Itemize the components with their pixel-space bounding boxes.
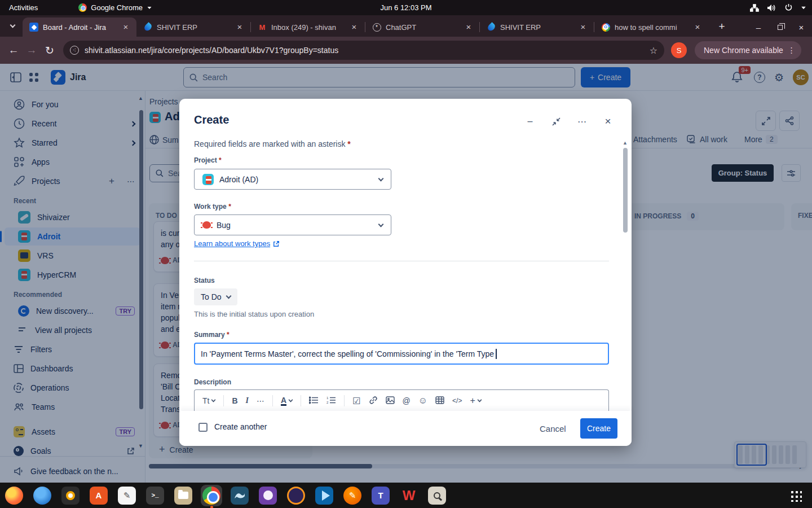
tab-shivit-erp-2[interactable]: SHIVIT ERP × xyxy=(480,17,594,37)
emoji-button[interactable]: ☺ xyxy=(418,396,427,406)
summary-value: In 'Payment Terms Master', correct the s… xyxy=(201,349,494,358)
tab-close-icon[interactable]: × xyxy=(121,22,131,32)
learn-work-types-link[interactable]: Learn about work types xyxy=(194,239,280,248)
window-restore-button[interactable] xyxy=(774,21,786,33)
text-color-button[interactable]: A xyxy=(281,396,293,406)
modal-scroll-up-icon[interactable]: ▲ xyxy=(623,140,628,146)
github-icon xyxy=(259,487,277,505)
dock-pen-tool[interactable]: ✎ xyxy=(342,485,363,506)
address-bar[interactable]: ⁖ shivit.atlassian.net/jira/core/project… xyxy=(63,41,664,60)
tab-board-adroit-jira[interactable]: Board - Adroit - Jira × xyxy=(23,17,136,37)
teams-icon: T xyxy=(372,487,390,505)
dock-files[interactable] xyxy=(173,485,194,506)
dock-eclipse[interactable] xyxy=(285,485,307,506)
modal-scrollbar[interactable]: ▲ xyxy=(623,141,628,446)
tab-inbox[interactable]: M Inbox (249) - shivan × xyxy=(251,17,365,37)
link-button[interactable] xyxy=(369,396,378,406)
reload-button[interactable]: ↻ xyxy=(41,41,59,59)
modal-scroll-thumb[interactable] xyxy=(623,148,628,233)
activities-button[interactable]: Activities xyxy=(9,3,38,12)
dock-teams[interactable]: T xyxy=(370,485,391,506)
image-button[interactable] xyxy=(386,396,395,406)
tab-close-icon[interactable]: × xyxy=(692,22,703,32)
dock-github[interactable] xyxy=(257,485,279,506)
numbered-list-button[interactable]: 12 xyxy=(326,396,336,406)
browser-menu-icon[interactable]: ⋮ xyxy=(788,46,796,55)
window-close-button[interactable]: × xyxy=(795,21,807,33)
tab-close-icon[interactable]: × xyxy=(349,22,359,32)
bookmark-star-icon[interactable]: ☆ xyxy=(650,45,657,56)
software-store-icon: A xyxy=(90,487,108,505)
tab-title: Board - Adroit - Jira xyxy=(43,23,116,32)
text-editor-icon: ✎ xyxy=(118,487,136,505)
tab-title: how to spell commi xyxy=(615,23,688,32)
status-dropdown[interactable]: To Do xyxy=(194,288,237,305)
mysql-workbench-icon xyxy=(231,487,249,505)
screenshot-tool-icon xyxy=(428,487,446,505)
italic-button[interactable]: I xyxy=(246,396,249,405)
insert-more-button[interactable]: + xyxy=(470,396,481,406)
svg-text:1: 1 xyxy=(326,396,329,400)
table-button[interactable] xyxy=(435,396,444,406)
tab-close-icon[interactable]: × xyxy=(235,22,245,32)
dock-firefox[interactable] xyxy=(3,485,25,506)
dock-rhythmbox[interactable] xyxy=(60,485,81,506)
dock-software-store[interactable]: A xyxy=(88,485,109,506)
system-tray[interactable] xyxy=(750,3,806,12)
dock-mysql-workbench[interactable] xyxy=(229,485,250,506)
pen-tool-icon: ✎ xyxy=(343,487,361,505)
dock-chrome[interactable] xyxy=(201,485,222,506)
dock-terminal[interactable]: >_ xyxy=(144,485,166,506)
worktype-field-label: Work type * xyxy=(194,203,231,211)
task-checkbox-button[interactable]: ☑ xyxy=(352,396,360,406)
tab-chatgpt[interactable]: * ChatGPT × xyxy=(365,17,479,37)
dock-thunderbird[interactable] xyxy=(32,485,53,506)
bullet-list-button[interactable] xyxy=(309,396,319,406)
show-applications-icon[interactable] xyxy=(789,489,802,502)
modal-close-button[interactable]: × xyxy=(602,116,614,127)
clock[interactable]: Jun 6 12:03 PM xyxy=(380,3,431,12)
summary-input[interactable]: In 'Payment Terms Master', correct the s… xyxy=(194,343,609,365)
modal-divider xyxy=(194,261,609,261)
window-minimize-button[interactable]: – xyxy=(752,21,765,33)
tab-title: Inbox (249) - shivan xyxy=(271,23,345,32)
modal-minimize-button[interactable]: – xyxy=(524,116,536,127)
browser-profile-avatar[interactable]: S xyxy=(671,42,687,58)
jira-favicon xyxy=(29,23,38,32)
terminal-icon: >_ xyxy=(146,487,164,505)
project-select[interactable]: Adroit (AD) xyxy=(194,169,391,190)
tab-close-icon[interactable]: × xyxy=(464,22,474,32)
forward-button[interactable]: → xyxy=(23,41,41,59)
app-menu-label: Google Chrome xyxy=(91,3,143,12)
new-tab-button[interactable]: + xyxy=(714,19,730,34)
flame-favicon xyxy=(143,22,153,32)
cancel-button[interactable]: Cancel xyxy=(532,418,574,439)
app-menu[interactable]: Google Chrome xyxy=(78,3,152,12)
tab-search-button[interactable] xyxy=(5,18,20,34)
modal-collapse-button[interactable] xyxy=(550,116,562,127)
site-info-icon[interactable]: ⁖ xyxy=(70,46,79,55)
worktype-select[interactable]: Bug xyxy=(194,214,391,235)
tab-how-to-spell[interactable]: how to spell commi × xyxy=(594,17,708,37)
modal-create-button[interactable]: Create xyxy=(580,418,617,439)
dock-screenshot-tool[interactable] xyxy=(426,485,448,506)
dock-wps-office[interactable]: W xyxy=(398,485,420,506)
code-button[interactable]: </> xyxy=(452,397,462,405)
back-button[interactable]: ← xyxy=(5,41,23,59)
bold-button[interactable]: B xyxy=(232,396,237,405)
text-more-button[interactable]: ⋯ xyxy=(257,396,264,405)
chevron-down-icon xyxy=(226,294,231,299)
tab-shivit-erp-1[interactable]: SHIVIT ERP × xyxy=(136,17,250,37)
text-style-button[interactable]: Tt xyxy=(202,396,215,405)
modal-more-button[interactable]: ⋯ xyxy=(576,116,588,127)
tab-title: SHIVIT ERP xyxy=(500,23,573,32)
dock-text-editor[interactable]: ✎ xyxy=(116,485,138,506)
editor-toolbar: Tt B I ⋯ A 12 ☑ @ ☺ </ xyxy=(195,390,608,411)
tab-close-icon[interactable]: × xyxy=(578,22,588,32)
create-another-checkbox[interactable] xyxy=(198,423,208,432)
chrome-update-button[interactable]: New Chrome available ⋮ xyxy=(695,41,801,59)
caret-down-icon xyxy=(148,6,152,8)
url-text[interactable]: shivit.atlassian.net/jira/core/projects/… xyxy=(85,46,644,55)
mention-button[interactable]: @ xyxy=(403,396,411,405)
dock-vscode[interactable] xyxy=(314,485,335,506)
